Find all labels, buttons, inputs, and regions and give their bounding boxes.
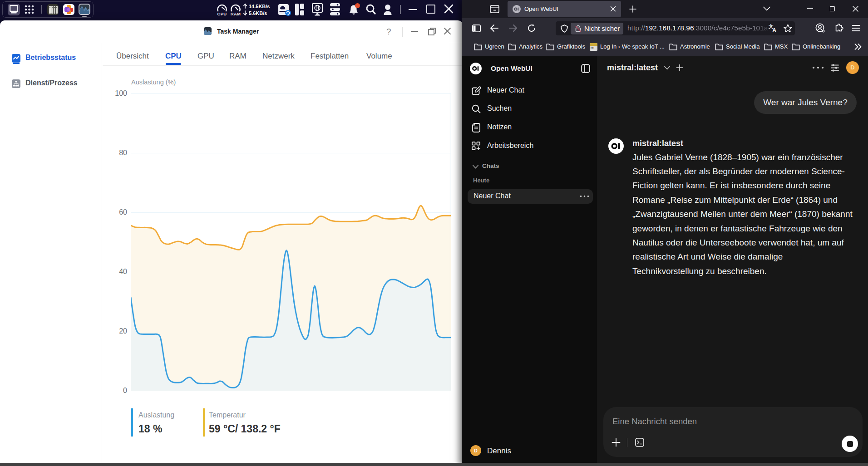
svg-text:A: A [773,27,776,33]
